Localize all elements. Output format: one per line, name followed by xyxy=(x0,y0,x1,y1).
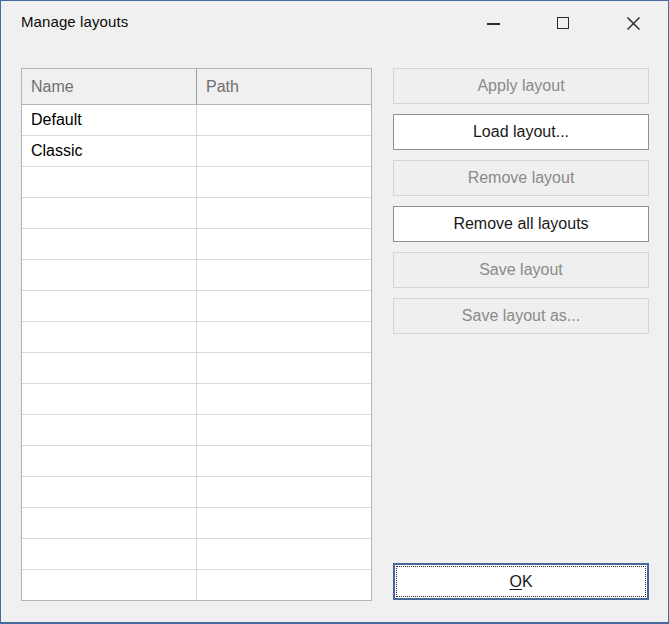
table-row[interactable] xyxy=(22,353,371,384)
window-title: Manage layouts xyxy=(21,13,128,30)
path-cell[interactable] xyxy=(197,105,371,135)
path-cell[interactable] xyxy=(197,322,371,352)
maximize-icon xyxy=(557,17,569,29)
name-cell[interactable] xyxy=(22,384,197,414)
titlebar[interactable]: Manage layouts xyxy=(1,1,668,46)
layout-actions: Apply layoutLoad layout...Remove layoutR… xyxy=(393,68,649,334)
name-cell[interactable] xyxy=(22,539,197,569)
path-cell[interactable] xyxy=(197,291,371,321)
manage-layouts-dialog: Manage layouts Name Path DefaultClassic … xyxy=(0,0,669,624)
name-cell[interactable] xyxy=(22,415,197,445)
column-header-path: Path xyxy=(197,69,371,104)
name-cell[interactable] xyxy=(22,508,197,538)
path-cell[interactable] xyxy=(197,508,371,538)
path-cell[interactable] xyxy=(197,446,371,476)
path-cell[interactable] xyxy=(197,198,371,228)
table-row[interactable] xyxy=(22,198,371,229)
name-cell[interactable] xyxy=(22,198,197,228)
remove-all-layouts-button[interactable]: Remove all layouts xyxy=(393,206,649,242)
minimize-icon xyxy=(487,23,500,25)
table-row[interactable] xyxy=(22,477,371,508)
layout-table-body: DefaultClassic xyxy=(22,105,371,601)
name-cell[interactable] xyxy=(22,322,197,352)
ok-button-mnemonic: O xyxy=(509,573,521,590)
path-cell[interactable] xyxy=(197,229,371,259)
table-row[interactable]: Default xyxy=(22,105,371,136)
apply-layout-button: Apply layout xyxy=(393,68,649,104)
name-cell[interactable] xyxy=(22,477,197,507)
name-cell[interactable] xyxy=(22,291,197,321)
path-cell[interactable] xyxy=(197,477,371,507)
table-row[interactable] xyxy=(22,229,371,260)
path-cell[interactable] xyxy=(197,353,371,383)
table-row[interactable] xyxy=(22,539,371,570)
remove-layout-button: Remove layout xyxy=(393,160,649,196)
load-layout-button[interactable]: Load layout... xyxy=(393,114,649,150)
table-row[interactable] xyxy=(22,508,371,539)
path-cell[interactable] xyxy=(197,167,371,197)
table-row[interactable]: Classic xyxy=(22,136,371,167)
close-button[interactable] xyxy=(598,1,668,45)
path-cell[interactable] xyxy=(197,539,371,569)
close-icon xyxy=(626,16,641,31)
save-layout-button: Save layout xyxy=(393,252,649,288)
column-header-name: Name xyxy=(22,69,197,104)
table-row[interactable] xyxy=(22,260,371,291)
table-row[interactable] xyxy=(22,446,371,477)
minimize-button[interactable] xyxy=(458,1,528,45)
name-cell[interactable] xyxy=(22,353,197,383)
table-row[interactable] xyxy=(22,322,371,353)
table-row[interactable] xyxy=(22,167,371,198)
name-cell[interactable] xyxy=(22,570,197,600)
name-cell[interactable] xyxy=(22,260,197,290)
table-header-row: Name Path xyxy=(22,69,371,105)
path-cell[interactable] xyxy=(197,136,371,166)
name-cell[interactable] xyxy=(22,167,197,197)
table-row[interactable] xyxy=(22,384,371,415)
save-layout-as-button: Save layout as... xyxy=(393,298,649,334)
maximize-button[interactable] xyxy=(528,1,598,45)
table-row[interactable] xyxy=(22,415,371,446)
path-cell[interactable] xyxy=(197,384,371,414)
path-cell[interactable] xyxy=(197,570,371,600)
name-cell[interactable] xyxy=(22,229,197,259)
ok-button-label-rest: K xyxy=(522,573,533,590)
window-controls xyxy=(458,1,668,45)
name-cell[interactable] xyxy=(22,446,197,476)
path-cell[interactable] xyxy=(197,260,371,290)
ok-button[interactable]: OK xyxy=(393,563,649,600)
path-cell[interactable] xyxy=(197,415,371,445)
table-row[interactable] xyxy=(22,570,371,601)
name-cell[interactable]: Classic xyxy=(22,136,197,166)
table-row[interactable] xyxy=(22,291,371,322)
name-cell[interactable]: Default xyxy=(22,105,197,135)
layouts-table: Name Path DefaultClassic xyxy=(21,68,372,601)
